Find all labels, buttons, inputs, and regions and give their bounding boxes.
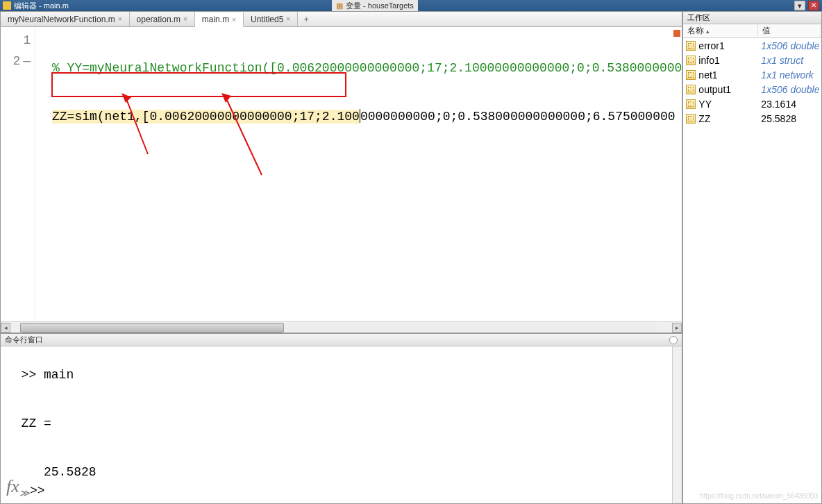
workspace-panel: 工作区 名称 ▴ 值 error1 1x506 double info1 1x1… xyxy=(682,11,822,504)
cmd-line: 25.5828 xyxy=(6,462,682,482)
tab-close-icon[interactable]: × xyxy=(118,15,122,23)
editor-title: 编辑器 - main.m xyxy=(14,1,69,11)
close-button[interactable]: ✕ xyxy=(808,1,819,10)
tab-operation[interactable]: operation.m × xyxy=(130,12,195,26)
variables-app-icon: ▦ xyxy=(336,1,343,10)
command-window-panel: 命令行窗口 >> main ZZ = 25.5828 fx≫ >> xyxy=(1,333,682,503)
var-value: 1x506 double xyxy=(758,84,821,95)
line-number: 2 xyxy=(12,54,20,68)
var-name: output1 xyxy=(698,84,731,95)
tab-untitled5[interactable]: Untitled5 × xyxy=(244,12,298,26)
tab-close-icon[interactable]: × xyxy=(286,15,290,23)
var-value: 1x1 struct xyxy=(758,55,821,66)
tab-close-icon[interactable]: × xyxy=(183,15,187,23)
tab-myneuralnetworkfunction[interactable]: myNeuralNetworkFunction.m × xyxy=(1,12,130,26)
editor-tabs: myNeuralNetworkFunction.m × operation.m … xyxy=(1,12,682,27)
variable-icon xyxy=(686,70,696,80)
minimize-button[interactable]: ▾ xyxy=(794,1,805,10)
command-prompt[interactable]: >> xyxy=(30,484,45,498)
workspace-col-name[interactable]: 名称 ▴ xyxy=(683,24,758,37)
tab-label: myNeuralNetworkFunction.m xyxy=(8,15,115,24)
variable-icon xyxy=(686,56,696,65)
tab-label: Untitled5 xyxy=(251,15,283,24)
fx-icon[interactable]: fx≫ xyxy=(6,476,30,499)
sort-asc-icon: ▴ xyxy=(706,28,710,35)
var-value: 25.5828 xyxy=(758,113,821,124)
panel-options-icon[interactable] xyxy=(669,336,678,344)
workspace-row[interactable]: output1 1x506 double xyxy=(683,82,821,96)
var-name: YY xyxy=(698,99,712,110)
scroll-left-button[interactable]: ◂ xyxy=(1,323,10,333)
variables-titlebar: ▦ 变量 - houseTargets xyxy=(332,0,418,11)
variable-icon xyxy=(686,41,696,51)
var-value: 1x1 network xyxy=(758,69,821,81)
tab-add-button[interactable]: + xyxy=(298,12,314,26)
editor-gutter: 1 2— xyxy=(1,27,35,321)
left-pane: myNeuralNetworkFunction.m × operation.m … xyxy=(0,11,682,504)
workspace-header: 工作区 xyxy=(683,12,821,24)
scroll-thumb[interactable] xyxy=(20,323,284,333)
code-editor[interactable]: 1 2— % YY=myNeuralNetworkFunction([0.006… xyxy=(1,27,682,321)
var-name: info1 xyxy=(698,55,719,66)
variable-icon xyxy=(686,85,696,94)
workspace-row[interactable]: info1 1x1 struct xyxy=(683,53,821,67)
cmd-line: ZZ = xyxy=(6,413,682,434)
command-vertical-scrollbar[interactable] xyxy=(672,346,682,503)
var-value: 1x506 double xyxy=(758,40,821,51)
var-value: 23.1614 xyxy=(758,99,821,110)
editor-titlebar: 编辑器 - main.m ▾ ✕ ▦ 变量 - houseTargets xyxy=(0,0,822,11)
workspace-row[interactable]: YY 23.1614 xyxy=(683,96,821,111)
cmd-line: >> main xyxy=(6,364,682,385)
watermark-text: https://blog.csdn.net/weixin_56435003 xyxy=(700,492,818,500)
scroll-track[interactable] xyxy=(20,323,662,333)
command-window-header: 命令行窗口 xyxy=(1,334,682,346)
workspace-row[interactable]: error1 1x506 double xyxy=(683,38,821,53)
editor-app-icon xyxy=(3,1,11,10)
command-window-title: 命令行窗口 xyxy=(5,335,43,345)
workspace-column-headers: 名称 ▴ 值 xyxy=(683,24,821,38)
scroll-right-button[interactable]: ▸ xyxy=(672,323,682,333)
workspace-col-value[interactable]: 值 xyxy=(758,24,821,37)
section-dash: — xyxy=(23,51,31,72)
workspace-row[interactable]: net1 1x1 network xyxy=(683,67,821,82)
tab-label: operation.m xyxy=(137,15,181,24)
var-name: error1 xyxy=(698,40,724,51)
workspace-title: 工作区 xyxy=(687,12,710,23)
var-name: ZZ xyxy=(698,113,710,124)
var-name: net1 xyxy=(698,69,717,81)
workspace-body[interactable]: error1 1x506 double info1 1x1 struct net… xyxy=(683,38,821,503)
line-number: 1 xyxy=(23,33,31,47)
tab-main[interactable]: main.m × xyxy=(195,12,244,27)
code-analyzer-indicator[interactable] xyxy=(673,30,680,37)
code-text: ZZ=sim(net1,[0.00620000000000000;17;2.10… xyxy=(52,110,676,124)
code-comment: % YY=myNeuralNetworkFunction([0.00620000… xyxy=(52,61,682,75)
tab-label: main.m xyxy=(202,15,229,24)
tab-close-icon[interactable]: × xyxy=(232,16,236,24)
variable-icon xyxy=(686,99,696,109)
code-area[interactable]: % YY=myNeuralNetworkFunction([0.00620000… xyxy=(35,27,682,321)
command-window-body[interactable]: >> main ZZ = 25.5828 fx≫ >> xyxy=(1,346,682,503)
variable-icon xyxy=(686,114,696,124)
editor-horizontal-scrollbar[interactable]: ◂ ▸ xyxy=(1,321,682,333)
workspace-row[interactable]: ZZ 25.5828 xyxy=(683,111,821,126)
variables-title: 变量 - houseTargets xyxy=(346,1,414,11)
